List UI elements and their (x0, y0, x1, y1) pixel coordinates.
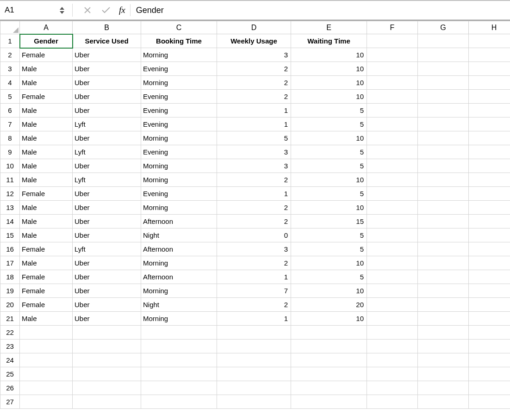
cell-empty[interactable] (367, 312, 418, 326)
cell[interactable]: 5 (291, 104, 367, 117)
cell[interactable]: 10 (291, 76, 367, 90)
cell[interactable]: Uber (73, 284, 141, 298)
cell[interactable]: Female (20, 284, 73, 298)
cell-empty[interactable] (418, 284, 469, 298)
cell[interactable]: Female (20, 298, 73, 312)
cell[interactable]: 10 (291, 62, 367, 76)
cell-empty[interactable] (367, 270, 418, 284)
row-header[interactable]: 9 (0, 145, 20, 159)
cell-empty[interactable] (469, 242, 510, 256)
cell[interactable]: Afternoon (141, 215, 217, 229)
cell[interactable]: 3 (217, 242, 291, 256)
cell-empty[interactable] (418, 90, 469, 104)
row-header[interactable]: 10 (0, 159, 20, 173)
cell-empty[interactable] (367, 298, 418, 312)
cell-empty[interactable] (217, 395, 291, 409)
cell-empty[interactable] (367, 90, 418, 104)
cell[interactable]: 3 (217, 48, 291, 62)
cell-empty[interactable] (469, 312, 510, 326)
cell-empty[interactable] (418, 104, 469, 117)
row-header[interactable]: 18 (0, 270, 20, 284)
cell[interactable]: Evening (141, 104, 217, 117)
column-header[interactable]: D (217, 21, 291, 34)
cell[interactable]: Uber (73, 131, 141, 145)
cell[interactable]: Uber (73, 270, 141, 284)
cell-empty[interactable] (469, 104, 510, 117)
cell[interactable]: Morning (141, 201, 217, 215)
cell[interactable]: Uber (73, 229, 141, 242)
cell-empty[interactable] (141, 326, 217, 340)
row-header[interactable]: 21 (0, 312, 20, 326)
accept-formula-button[interactable] (100, 4, 112, 17)
cell[interactable]: 2 (217, 215, 291, 229)
column-header[interactable]: H (469, 21, 510, 34)
cell[interactable]: Uber (73, 187, 141, 201)
cell[interactable]: Male (20, 256, 73, 270)
column-header[interactable]: E (291, 21, 367, 34)
cell-empty[interactable] (20, 381, 73, 395)
cell-empty[interactable] (141, 367, 217, 381)
cell-empty[interactable] (291, 395, 367, 409)
row-header[interactable]: 5 (0, 90, 20, 104)
cell-empty[interactable] (141, 395, 217, 409)
cell[interactable]: Afternoon (141, 242, 217, 256)
cell-empty[interactable] (418, 367, 469, 381)
cell[interactable]: 2 (217, 62, 291, 76)
cell-empty[interactable] (469, 395, 510, 409)
cell-empty[interactable] (418, 48, 469, 62)
cell[interactable]: 10 (291, 131, 367, 145)
cell-empty[interactable] (217, 326, 291, 340)
cell-empty[interactable] (469, 173, 510, 187)
row-header[interactable]: 23 (0, 340, 20, 353)
cell[interactable]: 7 (217, 284, 291, 298)
cell-empty[interactable] (367, 201, 418, 215)
cell-empty[interactable] (469, 284, 510, 298)
row-header[interactable]: 16 (0, 242, 20, 256)
row-header[interactable]: 26 (0, 381, 20, 395)
cell-empty[interactable] (73, 326, 141, 340)
cell-empty[interactable] (73, 340, 141, 353)
cell-empty[interactable] (367, 284, 418, 298)
cell[interactable]: Uber (73, 256, 141, 270)
cell[interactable]: 10 (291, 284, 367, 298)
cell[interactable]: Female (20, 242, 73, 256)
cell-empty[interactable] (367, 381, 418, 395)
cell-empty[interactable] (418, 62, 469, 76)
cell-empty[interactable] (418, 298, 469, 312)
cell[interactable]: Uber (73, 312, 141, 326)
cell-header[interactable]: Gender (20, 34, 73, 48)
cell[interactable]: 3 (217, 159, 291, 173)
cell-empty[interactable] (418, 270, 469, 284)
cell[interactable]: Uber (73, 159, 141, 173)
cell-empty[interactable] (291, 367, 367, 381)
cell[interactable]: Morning (141, 173, 217, 187)
cell-empty[interactable] (73, 395, 141, 409)
row-header[interactable]: 22 (0, 326, 20, 340)
cell[interactable]: 1 (217, 270, 291, 284)
name-box[interactable]: A1 (2, 1, 57, 19)
cell-empty[interactable] (73, 353, 141, 367)
cell-empty[interactable] (469, 367, 510, 381)
cell-empty[interactable] (418, 326, 469, 340)
row-header[interactable]: 11 (0, 173, 20, 187)
cell[interactable]: 2 (217, 298, 291, 312)
cell[interactable]: 2 (217, 76, 291, 90)
cell-empty[interactable] (469, 187, 510, 201)
cell[interactable]: 20 (291, 298, 367, 312)
column-header[interactable]: A (20, 21, 73, 34)
formula-input[interactable]: Gender (135, 6, 508, 15)
cell[interactable]: Uber (73, 90, 141, 104)
column-header[interactable]: B (73, 21, 141, 34)
cell[interactable]: Lyft (73, 242, 141, 256)
cell[interactable]: Male (20, 173, 73, 187)
cell-empty[interactable] (217, 381, 291, 395)
cell[interactable]: Male (20, 159, 73, 173)
cell[interactable]: Male (20, 76, 73, 90)
cell[interactable]: Uber (73, 62, 141, 76)
cell-empty[interactable] (141, 340, 217, 353)
cell-empty[interactable] (469, 159, 510, 173)
row-header[interactable]: 1 (0, 34, 20, 48)
row-header[interactable]: 19 (0, 284, 20, 298)
cell-empty[interactable] (469, 381, 510, 395)
cell-empty[interactable] (217, 340, 291, 353)
